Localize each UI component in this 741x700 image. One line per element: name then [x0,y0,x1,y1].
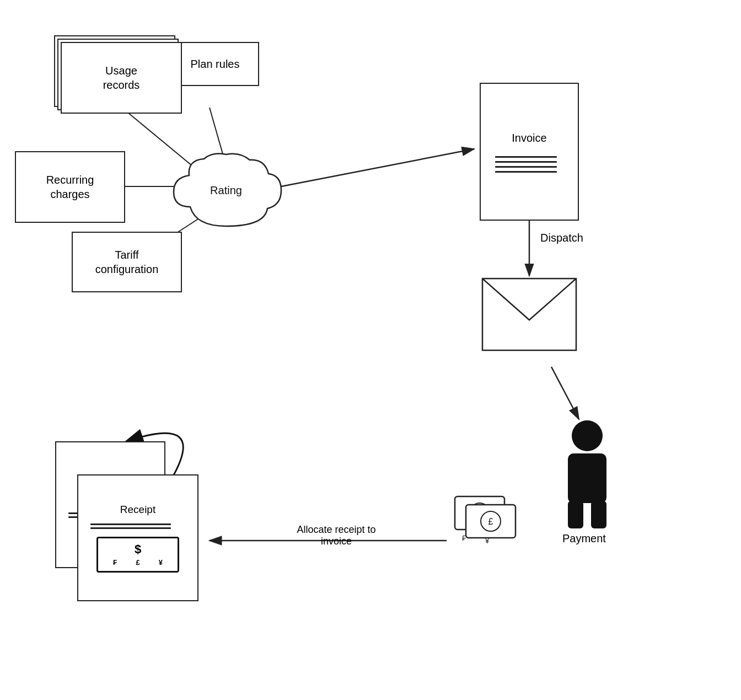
rating-cloud: Rating [163,149,289,239]
rec-line-1 [90,523,171,525]
invoice-line-3 [495,166,557,168]
payment-money-icon: $ £ ₣ ¥ [452,485,524,548]
person-svg [557,419,618,530]
svg-rect-12 [568,453,606,503]
svg-text:₣: ₣ [462,534,466,542]
plan-rules-label: Plan rules [191,57,240,71]
invoice-top-box: Invoice [480,83,579,221]
svg-text:¥: ¥ [485,537,490,545]
usage-records-box: Usage records [61,42,182,114]
svg-text:£: £ [488,517,493,526]
payment-label: Payment [562,532,606,545]
receipt-currencies: ₣ £ ¥ [104,558,172,568]
svg-rect-14 [591,501,606,528]
invoice-top-label: Invoice [512,131,546,145]
envelope [480,276,579,366]
allocate-text: Allocate receipt toinvoice [297,524,375,547]
invoice-line-4 [495,171,557,173]
person-icon [557,419,618,532]
receipt-dollar: $ [104,542,172,558]
rating-text: Rating [210,184,242,196]
cloud-svg: Rating [163,149,289,237]
receipt-label: Receipt [120,503,155,517]
tariff-config-label: Tariff configuration [95,248,159,276]
svg-line-8 [551,367,579,419]
receipt-lines [86,523,190,529]
invoice-lines [490,156,569,173]
svg-rect-13 [568,501,583,528]
allocate-label: Allocate receipt toinvoice [237,524,436,547]
envelope-svg [480,276,579,364]
svg-line-6 [281,149,474,186]
plan-rules-box: Plan rules [171,42,259,86]
invoice-line-2 [495,161,557,163]
usage-records-label: Usage records [103,63,140,92]
money-svg: $ £ ₣ ¥ [452,485,524,546]
svg-rect-10 [482,279,576,350]
svg-point-11 [572,420,603,451]
recurring-charges-box: Recurring charges [15,151,125,223]
dispatch-label: Dispatch [540,232,583,244]
invoice-line-1 [495,156,557,158]
recurring-charges-label: Recurring charges [46,173,94,201]
tariff-config-box: Tariff configuration [72,232,182,292]
receipt-box: Receipt $ ₣ £ ¥ [77,474,198,601]
usage-records-stack: Usage records [61,42,182,114]
rec-line-2 [90,527,171,529]
diagram: Usage records Plan rules Recurring charg… [0,0,741,700]
receipt-money: $ ₣ £ ¥ [96,537,179,573]
